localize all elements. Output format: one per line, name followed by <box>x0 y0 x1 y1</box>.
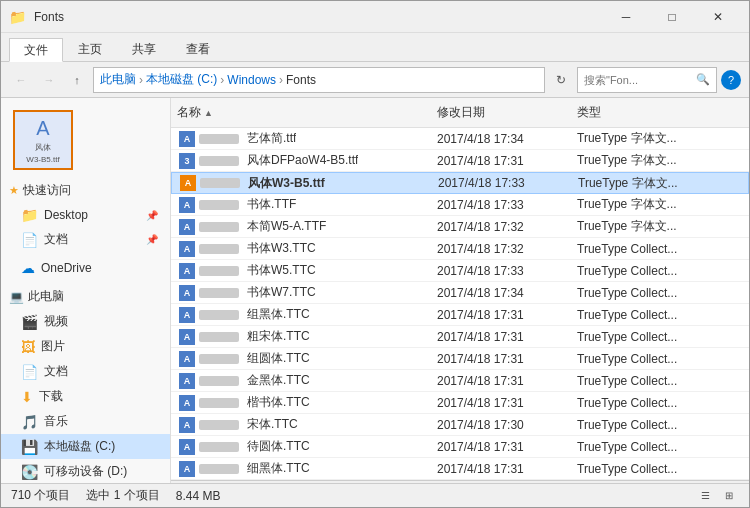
file-type: TrueType Collect... <box>571 308 749 322</box>
file-name-blur <box>199 310 239 320</box>
file-type-icon: A <box>180 175 196 191</box>
breadcrumb-sep-3: › <box>279 73 283 87</box>
search-icon: 🔍 <box>696 73 710 86</box>
local-disk-icon: 💾 <box>21 439 38 455</box>
col-header-name[interactable]: 名称 ▲ <box>171 100 431 125</box>
file-date: 2017/4/18 17:33 <box>432 176 572 190</box>
onedrive-label: OneDrive <box>41 261 92 275</box>
sidebar: A 风体 W3-B5.ttf ★ 快速访问 📁 Desktop 📌 📄 文档 <box>1 98 171 483</box>
forward-button[interactable]: → <box>37 68 61 92</box>
file-name: 书体W7.TTC <box>247 284 316 301</box>
close-button[interactable]: ✕ <box>695 1 741 33</box>
sidebar-item-documents[interactable]: 📄 文档 📌 <box>1 227 170 252</box>
sidebar-desktop-label: Desktop <box>44 208 88 222</box>
this-pc-label: 此电脑 <box>28 288 64 305</box>
col-date-label: 修改日期 <box>437 104 485 121</box>
file-name-blur <box>199 200 239 210</box>
file-name: 金黑体.TTC <box>247 372 310 389</box>
table-row[interactable]: A艺体简.ttf2017/4/18 17:34TrueType 字体文... <box>171 128 749 150</box>
file-type: TrueType 字体文... <box>571 152 749 169</box>
file-rows-container: A艺体简.ttf2017/4/18 17:34TrueType 字体文...3风… <box>171 128 749 480</box>
breadcrumb-bar[interactable]: 此电脑 › 本地磁盘 (C:) › Windows › Fonts <box>93 67 545 93</box>
file-date: 2017/4/18 17:31 <box>431 396 571 410</box>
up-button[interactable]: ↑ <box>65 68 89 92</box>
file-date: 2017/4/18 17:31 <box>431 462 571 476</box>
table-row[interactable]: A本简W5-A.TTF2017/4/18 17:32TrueType 字体文..… <box>171 216 749 238</box>
file-name: 风体DFPaoW4-B5.ttf <box>247 152 358 169</box>
table-row[interactable]: A宋体.TTC2017/4/18 17:30TrueType Collect..… <box>171 414 749 436</box>
table-row[interactable]: A书体W5.TTC2017/4/18 17:33TrueType Collect… <box>171 260 749 282</box>
table-row[interactable]: A风体W3-B5.ttf2017/4/18 17:33TrueType 字体文.… <box>171 172 749 194</box>
table-row[interactable]: A待圆体.TTC2017/4/18 17:31TrueType Collect.… <box>171 436 749 458</box>
table-row[interactable]: A组黑体.TTC2017/4/18 17:31TrueType Collect.… <box>171 304 749 326</box>
col-header-date[interactable]: 修改日期 <box>431 100 571 125</box>
sidebar-item-local-disk[interactable]: 💾 本地磁盘 (C:) <box>1 434 170 459</box>
breadcrumb-fonts: Fonts <box>286 73 316 87</box>
breadcrumb-this-pc[interactable]: 此电脑 <box>100 71 136 88</box>
table-row[interactable]: A细黑体.TTC2017/4/18 17:31TrueType Collect.… <box>171 458 749 480</box>
file-name: 书体W3.TTC <box>247 240 316 257</box>
tab-home[interactable]: 主页 <box>63 37 117 61</box>
docs-pc-icon: 📄 <box>21 364 38 380</box>
file-type-icon: 3 <box>179 153 195 169</box>
file-name-blur <box>199 288 239 298</box>
table-row[interactable]: A粗宋体.TTC2017/4/18 17:31TrueType Collect.… <box>171 326 749 348</box>
file-type: TrueType Collect... <box>571 440 749 454</box>
file-type: TrueType Collect... <box>571 374 749 388</box>
pin-icon-docs: 📌 <box>146 234 158 245</box>
sidebar-item-videos[interactable]: 🎬 视频 <box>1 309 170 334</box>
maximize-button[interactable]: □ <box>649 1 695 33</box>
tab-share[interactable]: 共享 <box>117 37 171 61</box>
videos-icon: 🎬 <box>21 314 38 330</box>
sidebar-item-onedrive[interactable]: ☁ OneDrive <box>1 256 170 280</box>
tab-view[interactable]: 查看 <box>171 37 225 61</box>
file-icon-cell: A书体W5.TTC <box>171 262 431 279</box>
file-type: TrueType Collect... <box>571 418 749 432</box>
tab-file[interactable]: 文件 <box>9 38 63 62</box>
back-button[interactable]: ← <box>9 68 33 92</box>
file-name-blur <box>199 442 239 452</box>
sidebar-item-docs-pc[interactable]: 📄 文档 <box>1 359 170 384</box>
sidebar-item-music[interactable]: 🎵 音乐 <box>1 409 170 434</box>
col-header-type[interactable]: 类型 <box>571 100 749 125</box>
breadcrumb-windows[interactable]: Windows <box>227 73 276 87</box>
file-date: 2017/4/18 17:34 <box>431 132 571 146</box>
file-type: TrueType Collect... <box>571 264 749 278</box>
file-type-icon: A <box>179 417 195 433</box>
file-type: TrueType 字体文... <box>571 196 749 213</box>
search-input[interactable] <box>584 74 692 86</box>
onedrive-section: ☁ OneDrive <box>1 256 170 280</box>
file-date: 2017/4/18 17:31 <box>431 440 571 454</box>
table-row[interactable]: A书体.TTF2017/4/18 17:33TrueType 字体文... <box>171 194 749 216</box>
table-row[interactable]: A组圆体.TTC2017/4/18 17:31TrueType Collect.… <box>171 348 749 370</box>
table-row[interactable]: 3风体DFPaoW4-B5.ttf2017/4/18 17:31TrueType… <box>171 150 749 172</box>
sidebar-item-downloads[interactable]: ⬇ 下载 <box>1 384 170 409</box>
view-buttons: ☰ ⊞ <box>695 486 739 506</box>
quick-access-header[interactable]: ★ 快速访问 <box>1 178 170 203</box>
file-date: 2017/4/18 17:32 <box>431 242 571 256</box>
file-name: 组黑体.TTC <box>247 306 310 323</box>
tiles-view-button[interactable]: ⊞ <box>719 486 739 506</box>
status-size: 8.44 MB <box>176 489 221 503</box>
help-icon[interactable]: ? <box>721 70 741 90</box>
table-row[interactable]: A书体W7.TTC2017/4/18 17:34TrueType Collect… <box>171 282 749 304</box>
file-type-icon: A <box>179 197 195 213</box>
sidebar-item-pictures[interactable]: 🖼 图片 <box>1 334 170 359</box>
details-view-button[interactable]: ☰ <box>695 486 715 506</box>
music-icon: 🎵 <box>21 414 38 430</box>
table-row[interactable]: A楷书体.TTC2017/4/18 17:31TrueType Collect.… <box>171 392 749 414</box>
breadcrumb-local-disk[interactable]: 本地磁盘 (C:) <box>146 71 217 88</box>
file-date: 2017/4/18 17:30 <box>431 418 571 432</box>
file-type-icon: A <box>179 461 195 477</box>
search-box[interactable]: 🔍 <box>577 67 717 93</box>
sidebar-item-desktop[interactable]: 📁 Desktop 📌 <box>1 203 170 227</box>
table-row[interactable]: A书体W3.TTC2017/4/18 17:32TrueType Collect… <box>171 238 749 260</box>
minimize-button[interactable]: ─ <box>603 1 649 33</box>
table-row[interactable]: A金黑体.TTC2017/4/18 17:31TrueType Collect.… <box>171 370 749 392</box>
file-type: TrueType Collect... <box>571 462 749 476</box>
sidebar-item-removable[interactable]: 💽 可移动设备 (D:) <box>1 459 170 483</box>
this-pc-header[interactable]: 💻 此电脑 <box>1 284 170 309</box>
breadcrumb-sep-1: › <box>139 73 143 87</box>
file-name-blur <box>199 222 239 232</box>
refresh-button[interactable]: ↻ <box>549 68 573 92</box>
